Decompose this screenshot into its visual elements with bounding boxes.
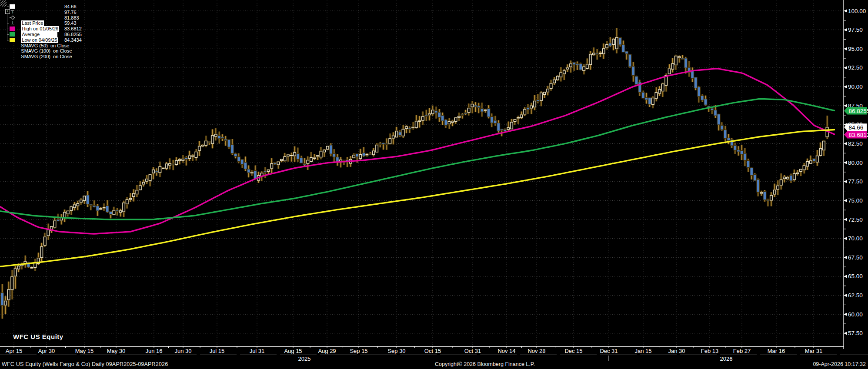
security-title: WFC US Equity <box>13 333 63 340</box>
last-price-swatch-icon <box>10 4 15 9</box>
legend-label: SMAVG (50) on Close <box>21 43 69 49</box>
legend-row-smavg50[interactable]: SMAVG (50) on Close 83.6812 <box>3 26 72 32</box>
legend-row-smavg100[interactable]: SMAVG (100) on Close 86.8255 <box>3 32 72 37</box>
svg-text:Jun 30: Jun 30 <box>174 348 191 354</box>
svg-text:84.66: 84.66 <box>849 124 864 131</box>
smavg200-swatch-icon <box>10 38 15 42</box>
svg-text:Jan 15: Jan 15 <box>634 348 651 354</box>
average-marker-icon <box>10 17 15 18</box>
svg-text:Jul 31: Jul 31 <box>250 348 265 354</box>
tree-branch <box>7 40 9 40</box>
svg-text:72.50: 72.50 <box>848 216 863 223</box>
axis-tag-84.66: 84.66 <box>844 123 867 131</box>
legend-label: SMAVG (200) on Close <box>21 54 72 60</box>
svg-text:Oct 15: Oct 15 <box>424 348 441 354</box>
svg-text:Apr 30: Apr 30 <box>38 348 55 354</box>
svg-text:May 15: May 15 <box>75 348 94 354</box>
legend-value: 81.883 <box>64 15 79 21</box>
svg-text:Dec 31: Dec 31 <box>600 348 618 354</box>
axis-tag-86.8255: 86.8255 <box>844 107 868 114</box>
svg-text:92.50: 92.50 <box>848 64 863 71</box>
legend-panel: + Last Price 84.66 ⊤ High on 01/05/26 97… <box>3 4 72 43</box>
legend-value: 83.6812 <box>64 26 82 32</box>
svg-text:83.6812: 83.6812 <box>849 132 868 138</box>
svg-text:75.00: 75.00 <box>848 197 863 204</box>
svg-text:Jun 16: Jun 16 <box>145 348 162 354</box>
svg-text:65.00: 65.00 <box>848 273 863 279</box>
status-bar: WFC US Equity (Wells Fargo & Co) Daily 0… <box>0 360 868 369</box>
svg-text:Apr 15: Apr 15 <box>6 348 22 354</box>
smavg100-line <box>0 99 835 220</box>
svg-text:67.50: 67.50 <box>848 254 863 261</box>
low-marker-icon: ⊥ <box>10 20 15 26</box>
tree-branch <box>7 7 9 7</box>
price-axis: 100.0097.5095.0092.5090.0087.5085.0082.5… <box>844 0 866 346</box>
legend-value: 84.3434 <box>64 37 82 43</box>
legend-value: 84.66 <box>64 4 77 10</box>
smavg50-swatch-icon <box>10 27 15 31</box>
tree-branch <box>7 23 9 23</box>
status-timestamp: 09-Apr-2026 10:17:32 <box>813 361 866 367</box>
svg-text:Nov 14: Nov 14 <box>497 348 515 354</box>
status-description: WFC US Equity (Wells Fargo & Co) Daily 0… <box>2 361 168 367</box>
legend-label: SMAVG (100) on Close <box>21 48 72 54</box>
legend-row-average[interactable]: Average 81.883 <box>3 15 72 21</box>
smavg200-line <box>0 130 835 266</box>
svg-text:97.50: 97.50 <box>848 27 863 33</box>
svg-text:90.00: 90.00 <box>848 83 863 90</box>
legend-collapse-icon[interactable]: + <box>5 9 10 14</box>
axis-tag-83.6812: 83.6812 <box>844 131 868 138</box>
svg-text:62.50: 62.50 <box>848 292 863 299</box>
high-marker-icon: ⊤ <box>10 10 15 15</box>
smavg100-swatch-icon <box>10 32 15 37</box>
legend-value: 86.8255 <box>64 32 82 37</box>
svg-text:70.00: 70.00 <box>848 235 863 242</box>
svg-text:Mar 16: Mar 16 <box>768 348 785 354</box>
svg-text:Sep 30: Sep 30 <box>387 348 405 354</box>
legend-value: 59.43 <box>64 20 77 26</box>
svg-text:80.00: 80.00 <box>848 160 863 166</box>
status-copyright: Copyright© 2026 Bloomberg Finance L.P. <box>435 361 535 367</box>
svg-text:Feb 27: Feb 27 <box>733 348 751 354</box>
svg-text:60.00: 60.00 <box>848 311 863 318</box>
svg-text:Jan 30: Jan 30 <box>668 348 685 354</box>
price-chart-plot[interactable]: 100.0097.5095.0092.5090.0087.5085.0082.5… <box>0 0 868 369</box>
svg-text:77.50: 77.50 <box>848 178 863 185</box>
svg-text:Mar 31: Mar 31 <box>805 348 822 354</box>
svg-text:May 30: May 30 <box>107 348 126 354</box>
tree-branch <box>7 18 9 18</box>
svg-text:Dec 15: Dec 15 <box>564 348 582 354</box>
candles <box>0 28 829 319</box>
tree-branch <box>7 29 9 29</box>
legend-row-smavg200[interactable]: SMAVG (200) on Close 84.3434 <box>3 37 72 43</box>
tree-branch <box>7 34 9 35</box>
svg-text:86.8255: 86.8255 <box>849 108 868 114</box>
svg-text:Aug 15: Aug 15 <box>284 348 302 354</box>
svg-text:Nov 28: Nov 28 <box>527 348 545 354</box>
svg-text:57.50: 57.50 <box>848 330 863 336</box>
statusbar-separator <box>0 355 868 355</box>
bloomberg-chart-window: 100.0097.5095.0092.5090.0087.5085.0082.5… <box>0 0 868 369</box>
svg-text:Jul 15: Jul 15 <box>210 348 225 354</box>
date-gridlines <box>14 0 814 346</box>
svg-text:95.00: 95.00 <box>848 46 863 52</box>
svg-text:100.00: 100.00 <box>848 8 866 14</box>
svg-text:Aug 29: Aug 29 <box>318 348 336 354</box>
svg-text:Sep 15: Sep 15 <box>350 348 367 354</box>
price-gridlines <box>0 11 844 333</box>
legend-row-last-price[interactable]: Last Price 84.66 <box>3 4 72 10</box>
legend-row-high[interactable]: ⊤ High on 01/05/26 97.76 <box>3 10 72 15</box>
legend-value: 97.76 <box>64 10 77 15</box>
svg-text:82.50: 82.50 <box>848 140 863 147</box>
legend-row-low[interactable]: ⊥ Low on 04/09/25 59.43 <box>3 20 72 26</box>
svg-text:Oct 31: Oct 31 <box>464 348 481 354</box>
svg-text:Feb 13: Feb 13 <box>701 348 718 354</box>
